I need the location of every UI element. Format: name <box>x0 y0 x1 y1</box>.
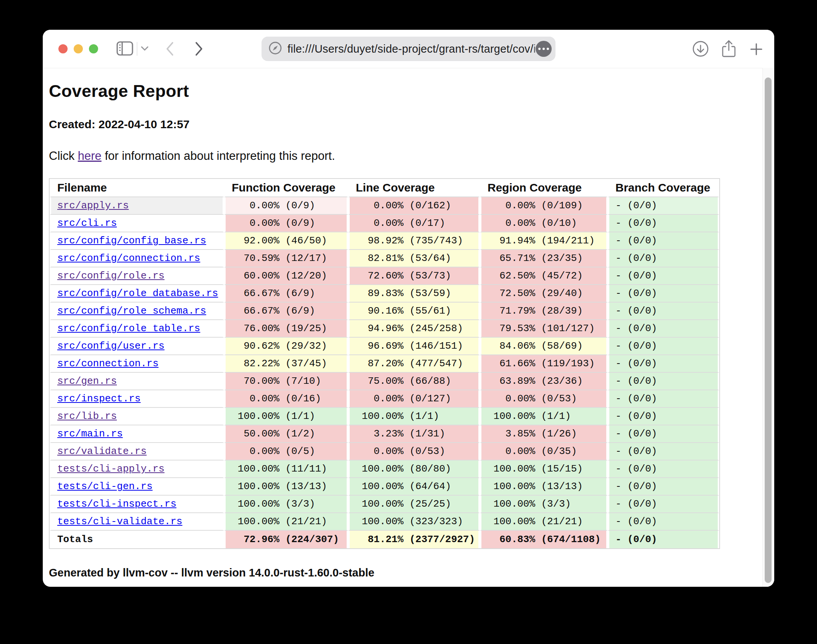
table-row: src/config/user.rs 90.62% (29/32) 96.69%… <box>50 338 719 355</box>
coverage-cell: 0.00% (0/17) <box>348 215 480 232</box>
filename-cell: src/config/user.rs <box>50 338 224 355</box>
close-window-button[interactable] <box>58 44 68 53</box>
coverage-cell: 91.94% (194/211) <box>480 232 608 250</box>
coverage-value: 100.00% (323/323) <box>350 513 478 530</box>
coverage-cell: - (0/0) <box>608 531 719 548</box>
table-row: src/config/connection.rs 70.59% (12/17) … <box>50 250 719 267</box>
tab-group-dropdown-button[interactable] <box>139 44 150 53</box>
compass-icon <box>268 41 282 56</box>
coverage-cell: 0.00% (0/53) <box>480 390 608 408</box>
coverage-cell: 70.00% (7/10) <box>224 373 348 390</box>
coverage-value: 100.00% (64/64) <box>350 478 478 495</box>
file-link[interactable]: src/config/config_base.rs <box>57 235 206 246</box>
coverage-value: 60.83% (674/1108) <box>481 531 606 548</box>
file-link[interactable]: src/config/role_schema.rs <box>57 305 206 317</box>
coverage-cell: - (0/0) <box>608 267 719 285</box>
back-button[interactable] <box>163 41 176 57</box>
table-row: src/lib.rs 100.00% (1/1) 100.00% (1/1) 1… <box>50 408 719 425</box>
coverage-value: 100.00% (21/21) <box>226 513 347 530</box>
coverage-value: 72.50% (29/40) <box>481 285 606 302</box>
file-link[interactable]: src/main.rs <box>57 428 123 440</box>
table-row: src/cli.rs 0.00% (0/9) 0.00% (0/17) 0.00… <box>50 215 719 232</box>
table-row: src/inspect.rs 0.00% (0/16) 0.00% (0/127… <box>50 390 719 408</box>
coverage-value: - (0/0) <box>609 408 718 425</box>
minimize-window-button[interactable] <box>74 44 83 53</box>
share-button[interactable] <box>720 40 738 59</box>
coverage-cell: 100.00% (323/323) <box>348 513 480 531</box>
generator-note: Generated by llvm-cov -- llvm version 14… <box>49 567 757 579</box>
filename-cell: src/config/connection.rs <box>50 250 224 267</box>
coverage-cell: 0.00% (0/5) <box>224 443 348 460</box>
coverage-cell: 100.00% (3/3) <box>480 496 608 513</box>
coverage-cell: 0.00% (0/16) <box>224 390 348 408</box>
coverage-cell: 100.00% (80/80) <box>348 460 480 478</box>
totals-label: Totals <box>57 531 223 548</box>
file-link[interactable]: tests/cli-gen.rs <box>57 481 153 492</box>
coverage-cell: 100.00% (1/1) <box>480 408 608 425</box>
file-link[interactable]: src/config/role_table.rs <box>57 323 200 334</box>
coverage-cell: 89.83% (53/59) <box>348 285 480 303</box>
scrollbar-track[interactable] <box>762 68 774 587</box>
table-row: src/validate.rs 0.00% (0/5) 0.00% (0/53)… <box>50 443 719 460</box>
coverage-table-body: src/apply.rs 0.00% (0/9) 0.00% (0/162) 0… <box>50 197 719 548</box>
page-settings-button[interactable] <box>536 41 552 57</box>
new-tab-button[interactable] <box>749 42 764 57</box>
file-link[interactable]: src/config/role_database.rs <box>57 288 218 299</box>
file-link[interactable]: tests/cli-apply.rs <box>57 463 165 475</box>
page-content: Coverage Report Created: 2022-04-10 12:5… <box>43 81 774 579</box>
zoom-window-button[interactable] <box>89 44 98 53</box>
coverage-value: 3.23% (1/31) <box>350 425 478 442</box>
coverage-cell: 0.00% (0/35) <box>480 443 608 460</box>
coverage-value: 90.62% (29/32) <box>226 338 347 354</box>
coverage-cell: 60.83% (674/1108) <box>480 531 608 548</box>
coverage-value: 100.00% (13/13) <box>481 478 606 495</box>
filename-cell: src/config/role.rs <box>50 267 224 285</box>
coverage-table: FilenameFunction CoverageLine CoverageRe… <box>49 178 720 549</box>
share-icon <box>721 40 736 59</box>
coverage-cell: - (0/0) <box>608 513 719 531</box>
coverage-cell: 62.50% (45/72) <box>480 267 608 285</box>
info-line: Click here for information about interpr… <box>49 149 757 163</box>
filename-cell: tests/cli-gen.rs <box>50 478 224 496</box>
downloads-button[interactable] <box>692 40 709 58</box>
coverage-value: 81.21% (2377/2927) <box>350 531 478 548</box>
created-timestamp: Created: 2022-04-10 12:57 <box>49 118 757 131</box>
file-link[interactable]: tests/cli-inspect.rs <box>57 498 176 510</box>
file-link[interactable]: tests/cli-validate.rs <box>57 516 182 527</box>
file-link[interactable]: src/connection.rs <box>57 358 158 369</box>
filename-cell: src/inspect.rs <box>50 390 224 408</box>
coverage-value: 0.00% (0/53) <box>481 390 606 407</box>
info-link[interactable]: here <box>78 149 102 163</box>
coverage-value: 82.22% (37/45) <box>226 355 347 372</box>
file-link[interactable]: src/gen.rs <box>57 375 117 387</box>
table-row: src/config/config_base.rs 92.00% (46/50)… <box>50 232 719 250</box>
coverage-cell: 100.00% (21/21) <box>224 513 348 531</box>
coverage-value: - (0/0) <box>609 250 718 267</box>
file-link[interactable]: src/cli.rs <box>57 217 117 229</box>
coverage-cell: 72.50% (29/40) <box>480 285 608 303</box>
coverage-cell: 0.00% (0/162) <box>348 197 480 215</box>
file-link[interactable]: src/config/role.rs <box>57 270 165 282</box>
file-link[interactable]: src/lib.rs <box>57 411 117 422</box>
file-link[interactable]: src/apply.rs <box>57 200 129 211</box>
coverage-value: - (0/0) <box>609 390 718 407</box>
file-link[interactable]: src/inspect.rs <box>57 393 140 404</box>
coverage-value: 60.00% (12/20) <box>226 267 347 284</box>
table-row: src/main.rs 50.00% (1/2) 3.23% (1/31) 3.… <box>50 425 719 443</box>
forward-button[interactable] <box>192 41 205 57</box>
filename-cell: src/apply.rs <box>50 197 224 215</box>
coverage-value: - (0/0) <box>609 513 718 530</box>
file-link[interactable]: src/config/connection.rs <box>57 253 200 264</box>
coverage-value: - (0/0) <box>609 197 718 214</box>
sidebar-toggle-button[interactable] <box>116 40 134 57</box>
file-link[interactable]: src/validate.rs <box>57 446 147 457</box>
coverage-value: 0.00% (0/9) <box>226 215 347 232</box>
coverage-value: 100.00% (21/21) <box>481 513 606 530</box>
coverage-value: 100.00% (11/11) <box>226 460 347 477</box>
coverage-value: - (0/0) <box>609 425 718 442</box>
coverage-cell: 72.60% (53/73) <box>348 267 480 285</box>
scrollbar-thumb[interactable] <box>765 77 772 583</box>
sidebar-icon <box>116 41 133 57</box>
file-link[interactable]: src/config/user.rs <box>57 340 165 352</box>
address-bar[interactable]: file:///Users/duyet/side-project/grant-r… <box>262 37 555 61</box>
